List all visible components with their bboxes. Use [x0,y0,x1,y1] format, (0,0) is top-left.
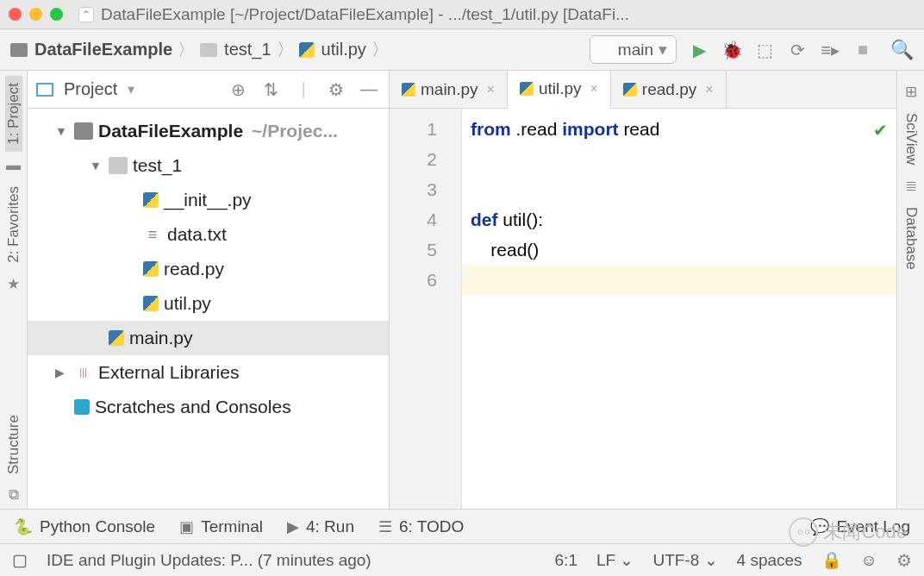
profile-button[interactable]: ⟳ [787,40,808,60]
breadcrumb[interactable]: DataFileExample 〉 test_1 〉 util.py 〉 [10,38,390,61]
minimize-window-button[interactable] [29,8,42,21]
left-tool-strip: 1: Project ▬ 2: Favorites ★ Structure ⧉ [0,71,28,509]
collapse-all-icon[interactable]: ⇅ [259,79,282,100]
python-file-icon [299,42,315,58]
folder-icon: ▬ [6,157,21,174]
chevron-right-icon: 〉 [275,38,296,61]
python-file-icon [143,261,159,277]
tree-file-selected[interactable]: main.py [28,321,389,355]
structure-icon: ⧉ [9,486,19,504]
lock-icon[interactable]: 🔒 [821,550,842,570]
zoom-window-button[interactable] [50,8,63,21]
python-file-icon [402,83,415,97]
tab-label: util.py [539,79,582,98]
tree-file[interactable]: util.py [28,286,389,321]
tool-terminal[interactable]: ▣Terminal [179,517,263,536]
folder-icon [74,122,93,140]
close-icon[interactable]: × [590,81,598,97]
close-icon[interactable]: × [487,82,495,97]
project-panel-title[interactable]: Project [64,79,117,99]
python-file-icon [599,43,613,57]
status-encoding[interactable]: UTF-8 ⌄ [652,550,717,570]
hide-panel-icon[interactable]: — [358,79,380,99]
chevron-right-icon: 〉 [176,38,197,61]
notifications-icon[interactable]: ▢ [12,550,28,570]
tree-file[interactable]: read.py [28,252,389,286]
gutter: 123456 [390,109,462,509]
project-tree[interactable]: ▼ DataFileExample ~/Projec... ▼ test_1 _… [28,109,389,429]
window-title: DataFileExample [~/Project/DataFileExamp… [101,5,629,24]
search-icon[interactable]: 🔍 [890,39,914,61]
tab-label: read.py [642,80,696,99]
status-message[interactable]: IDE and Plugin Updates: P... (7 minutes … [47,551,371,570]
tree-scratches[interactable]: Scratches and Consoles [28,390,389,424]
run-config-selector[interactable]: main ▾ [590,35,677,64]
tab-util[interactable]: util.py× [508,71,611,109]
tree-label: util.py [164,293,211,314]
concurrency-button[interactable]: ≡▸ [820,40,840,60]
tool-database[interactable]: Database [902,200,920,277]
tree-package[interactable]: ▼ test_1 [28,148,389,183]
status-caret-pos[interactable]: 6:1 [555,551,578,570]
stop-button[interactable]: ■ [852,40,873,60]
tool-label: 4: Run [306,517,354,536]
project-view-icon [36,83,53,97]
main-area: 1: Project ▬ 2: Favorites ★ Structure ⧉ … [0,71,924,509]
status-indent[interactable]: 4 spaces [737,551,802,570]
chevron-down-icon[interactable]: ▾ [128,81,134,97]
code-lines[interactable]: from .read import read def util(): read(… [462,109,896,509]
tool-event-log[interactable]: 💬Event Log [810,517,910,536]
project-tool-window: Project ▾ ⊕ ⇅ | ⚙ — ▼ DataFileExample ~/… [28,71,390,509]
tree-label: DataFileExample [98,121,243,141]
tool-label: 6: TODO [399,517,464,536]
gear-icon[interactable]: ⚙ [896,550,912,571]
breadcrumb-file[interactable]: util.py [322,40,366,59]
star-icon: ★ [7,275,20,293]
app-icon: ⌃ [78,7,94,22]
breadcrumb-folder[interactable]: test_1 [224,40,271,59]
chevron-down-icon[interactable]: ▼ [55,124,74,138]
tree-external-libraries[interactable]: ▶External Libraries [28,355,389,390]
breadcrumb-root[interactable]: DataFileExample [34,40,172,59]
tool-sciview[interactable]: SciView [902,106,920,172]
tool-structure[interactable]: Structure [5,408,22,481]
main-toolbar: DataFileExample 〉 test_1 〉 util.py 〉 mai… [0,29,924,71]
chevron-down-icon[interactable]: ▼ [90,159,109,172]
tree-file[interactable]: __init__.py [28,183,389,217]
inspector-icon[interactable]: ☺ [861,551,877,570]
locate-icon[interactable]: ⊕ [227,79,249,100]
tree-label: External Libraries [98,362,239,383]
run-config-label: main [618,41,653,59]
tree-label: data.txt [167,224,227,245]
libraries-icon [74,364,93,381]
terminal-icon: ▣ [179,517,194,536]
tool-favorites[interactable]: 2: Favorites [5,179,22,270]
debug-button[interactable]: 🐞 [721,40,742,60]
tab-read[interactable]: read.py× [611,71,727,108]
code-editor[interactable]: 123456 from .read import read def util()… [390,109,896,509]
tree-file[interactable]: data.txt [28,217,389,252]
folder-icon [10,43,28,57]
bottom-tool-strip: 🐍Python Console ▣Terminal ▶4: Run ☰6: TO… [0,509,924,543]
status-bar: ▢ IDE and Plugin Updates: P... (7 minute… [0,543,924,576]
editor-area: main.py× util.py× read.py× 123456 from .… [390,71,896,509]
divider: | [292,79,315,99]
run-button[interactable]: ▶ [689,40,709,60]
tool-python-console[interactable]: 🐍Python Console [14,517,155,536]
python-file-icon [143,192,159,208]
status-line-separator[interactable]: LF ⌄ [596,550,634,570]
tool-todo[interactable]: ☰6: TODO [378,517,464,536]
play-icon: ▶ [287,517,299,536]
tab-main[interactable]: main.py× [390,71,508,108]
chevron-right-icon[interactable]: ▶ [55,366,74,379]
tree-root[interactable]: ▼ DataFileExample ~/Projec... [28,114,389,148]
python-icon: 🐍 [14,517,33,536]
tree-label: Scratches and Consoles [95,397,291,417]
coverage-button[interactable]: ⬚ [754,40,775,60]
tool-run[interactable]: ▶4: Run [287,517,354,536]
close-window-button[interactable] [9,8,22,21]
window-titlebar: ⌃ DataFileExample [~/Project/DataFileExa… [0,0,924,29]
tool-project[interactable]: 1: Project [5,76,22,152]
gear-icon[interactable]: ⚙ [325,79,347,100]
close-icon[interactable]: × [705,82,713,97]
